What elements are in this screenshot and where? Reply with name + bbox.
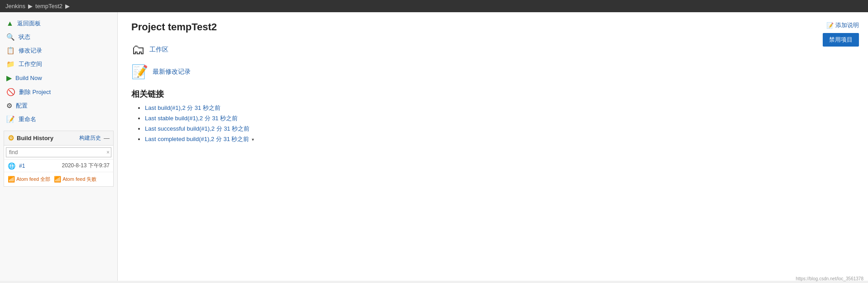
disable-project-button[interactable]: 禁用项目: [823, 33, 859, 47]
add-description-label: 添加说明: [835, 21, 859, 29]
build-status-ball: 🌐: [8, 162, 15, 170]
changes-notepad-icon: 📝: [131, 64, 148, 80]
delete-icon: 🚫: [6, 88, 15, 96]
sidebar-item-rename[interactable]: 📝 重命名: [0, 113, 117, 126]
sidebar-item-label: 修改记录: [19, 47, 42, 55]
main-content: Project tempTest2 🗂 工作区 📝 最新修改记录 相关链接 La…: [118, 12, 868, 281]
build-history-label: Build History: [17, 135, 53, 142]
related-links-list: Last build(#1),2 分 31 秒之前 Last stable bu…: [131, 104, 854, 143]
build-search-input[interactable]: [6, 147, 111, 157]
last-completed-build-text: Last completed build(#1),2 分 31 秒之前: [145, 136, 249, 142]
sidebar-item-build-now[interactable]: ▶ Build Now: [0, 71, 117, 85]
page-title: Project tempTest2: [131, 21, 854, 33]
table-row: 🌐 #1 2020-8-13 下午9:37: [4, 159, 113, 172]
sidebar-item-configure[interactable]: ⚙ 配置: [0, 99, 117, 113]
build-number-link[interactable]: #1: [19, 163, 25, 169]
atom-feed-all-link[interactable]: 📶 Atom feed 全部: [8, 176, 50, 183]
changes-link-row: 📝 最新修改记录: [131, 64, 854, 80]
atom-feed-fail-link[interactable]: 📶 Atom feed 失败: [54, 176, 96, 183]
changes-link[interactable]: 最新修改记录: [153, 68, 191, 76]
project-link[interactable]: tempTest2: [35, 3, 62, 9]
related-links-title: 相关链接: [131, 89, 854, 99]
atom-fail-icon: 📶: [54, 176, 61, 183]
sidebar-item-label: 工作空间: [19, 60, 42, 68]
atom-all-label: Atom feed 全部: [16, 176, 50, 183]
last-successful-build-link[interactable]: Last successful build(#1),2 分 31 秒之前: [145, 125, 249, 132]
list-item: Last completed build(#1),2 分 31 秒之前 ▾: [145, 135, 854, 143]
atom-all-icon: 📶: [8, 176, 15, 183]
header: Jenkins ▶ tempTest2 ▶: [0, 0, 868, 12]
build-history-title: ⚙ Build History: [8, 134, 53, 142]
dropdown-arrow-icon: ▾: [252, 137, 254, 142]
sidebar-item-workspace[interactable]: 📁 工作空间: [0, 57, 117, 71]
list-item: Last build(#1),2 分 31 秒之前: [145, 104, 854, 112]
search-clear-icon[interactable]: ×: [106, 149, 110, 156]
gear-icon: ⚙: [6, 102, 12, 110]
last-stable-build-link[interactable]: Last stable build(#1),2 分 31 秒之前: [145, 115, 238, 122]
workspace-folder-icon: 🗂: [131, 42, 145, 57]
breadcrumb-sep2: ▶: [65, 3, 70, 9]
rename-icon: 📝: [6, 115, 15, 123]
build-history-panel: ⚙ Build History 构建历史 — × 🌐 #1 2020-8-13 …: [4, 131, 114, 187]
layout: ▲ 返回面板 🔍 状态 📋 修改记录 📁 工作空间 ▶ Build Now 🚫 …: [0, 12, 868, 281]
atom-feeds-section: 📶 Atom feed 全部 📶 Atom feed 失败: [4, 172, 113, 186]
dash-icon: —: [104, 135, 110, 142]
folder-icon: 📁: [6, 60, 15, 68]
edit-icon: 📝: [826, 22, 834, 29]
build-history-header: ⚙ Build History 构建历史 —: [4, 131, 113, 146]
last-build-link[interactable]: Last build(#1),2 分 31 秒之前: [145, 104, 221, 111]
sidebar-item-delete-project[interactable]: 🚫 删除 Project: [0, 85, 117, 99]
sidebar-item-label: Build Now: [15, 75, 42, 81]
sidebar-item-label: 返回面板: [17, 19, 41, 28]
list-item: Last successful build(#1),2 分 31 秒之前: [145, 125, 854, 133]
bh-icon: ⚙: [8, 134, 14, 142]
list-item: Last stable build(#1),2 分 31 秒之前: [145, 114, 854, 123]
sidebar-item-changes[interactable]: 📋 修改记录: [0, 44, 117, 57]
sidebar-item-label: 删除 Project: [19, 88, 51, 96]
last-completed-build-link[interactable]: Last completed build(#1),2 分 31 秒之前 ▾: [145, 136, 254, 142]
jenkins-link[interactable]: Jenkins: [5, 3, 25, 9]
up-arrow-icon: ▲: [6, 19, 14, 28]
atom-fail-label: Atom feed 失败: [62, 176, 96, 183]
build-now-icon: ▶: [6, 74, 12, 82]
build-time: 2020-8-13 下午9:37: [62, 162, 110, 170]
build-history-subtitle-link[interactable]: 构建历史: [79, 134, 101, 142]
workspace-link-row: 🗂 工作区: [131, 42, 854, 57]
breadcrumb-sep1: ▶: [28, 3, 33, 9]
sidebar-item-status[interactable]: 🔍 状态: [0, 30, 117, 44]
sidebar-item-label: 状态: [19, 33, 30, 41]
search-icon: 🔍: [6, 33, 15, 41]
sidebar: ▲ 返回面板 🔍 状态 📋 修改记录 📁 工作空间 ▶ Build Now 🚫 …: [0, 12, 118, 281]
right-panel: 📝 添加说明 禁用项目: [823, 21, 859, 47]
build-search-container: ×: [4, 146, 113, 159]
footer-url: https://blog.csdn.net/loc_3561378: [796, 276, 863, 281]
add-description-link[interactable]: 📝 添加说明: [826, 21, 859, 29]
workspace-link[interactable]: 工作区: [149, 46, 168, 54]
sidebar-item-return-dashboard[interactable]: ▲ 返回面板: [0, 17, 117, 30]
sidebar-item-label: 配置: [16, 102, 28, 110]
list-icon: 📋: [6, 47, 15, 55]
sidebar-item-label: 重命名: [19, 115, 36, 123]
